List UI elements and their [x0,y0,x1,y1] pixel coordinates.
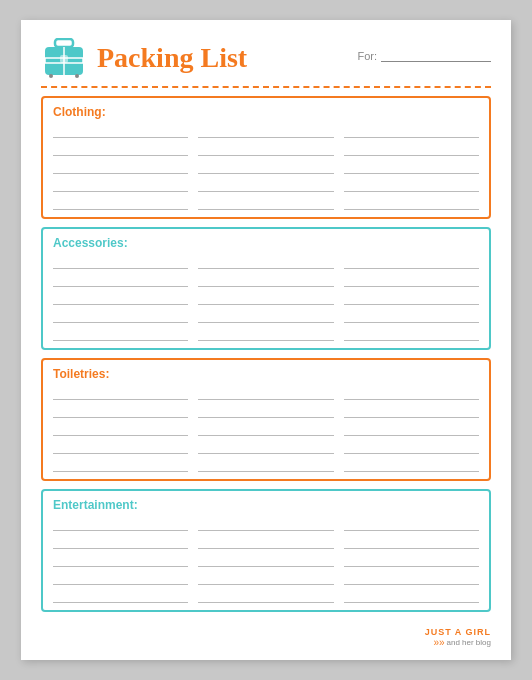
list-item [53,310,188,323]
sections-container: Clothing:Accessories:Toiletries:Entertai… [41,96,491,612]
toiletries-columns [53,385,479,472]
for-line [381,50,491,62]
accessories-columns [53,254,479,341]
list-item [344,197,479,210]
list-item [53,441,188,454]
list-item [198,536,333,549]
list-item [198,554,333,567]
section-entertainment: Entertainment: [41,489,491,612]
list-item [344,310,479,323]
accessories-col-0 [53,254,188,341]
list-item [198,143,333,156]
suitcase-icon [41,38,87,78]
list-item [198,518,333,531]
list-item [344,143,479,156]
list-item [53,256,188,269]
footer: JUST A GIRL »» and her blog [425,627,491,648]
list-item [198,125,333,138]
list-item [53,125,188,138]
accessories-col-1 [198,254,333,341]
list-item [198,274,333,287]
list-item [198,572,333,585]
arrow-icon: »» [433,637,444,648]
list-item [344,387,479,400]
list-item [344,441,479,454]
for-label: For: [357,50,377,62]
list-item [198,387,333,400]
header: Packing List For: [41,38,491,78]
toiletries-col-0 [53,385,188,472]
list-item [53,328,188,341]
list-item [198,590,333,603]
clothing-columns [53,123,479,210]
list-item [344,554,479,567]
list-item [53,423,188,436]
list-item [344,423,479,436]
list-item [198,256,333,269]
page: Packing List For: Clothing:Accessories:T… [21,20,511,660]
entertainment-col-2 [344,516,479,603]
page-title: Packing List [97,42,357,74]
list-item [53,536,188,549]
entertainment-columns [53,516,479,603]
entertainment-label: Entertainment: [53,498,479,512]
list-item [53,197,188,210]
svg-point-6 [75,74,79,78]
list-item [53,572,188,585]
list-item [344,328,479,341]
toiletries-col-1 [198,385,333,472]
list-item [344,590,479,603]
entertainment-col-1 [198,516,333,603]
top-divider [41,86,491,88]
svg-rect-0 [55,39,73,47]
list-item [53,387,188,400]
list-item [198,459,333,472]
clothing-col-1 [198,123,333,210]
list-item [344,459,479,472]
list-item [344,274,479,287]
section-accessories: Accessories: [41,227,491,350]
list-item [344,125,479,138]
footer-line2: »» and her blog [425,637,491,648]
toiletries-col-2 [344,385,479,472]
accessories-col-2 [344,254,479,341]
list-item [344,292,479,305]
list-item [198,423,333,436]
list-item [53,405,188,418]
list-item [198,441,333,454]
for-field: For: [357,50,491,66]
list-item [344,536,479,549]
list-item [53,274,188,287]
list-item [53,590,188,603]
list-item [53,292,188,305]
list-item [53,554,188,567]
svg-point-5 [49,74,53,78]
list-item [198,179,333,192]
list-item [53,179,188,192]
entertainment-col-0 [53,516,188,603]
clothing-col-0 [53,123,188,210]
list-item [198,197,333,210]
section-toiletries: Toiletries: [41,358,491,481]
list-item [53,143,188,156]
list-item [53,518,188,531]
list-item [53,161,188,174]
svg-rect-4 [60,55,68,63]
list-item [344,161,479,174]
clothing-col-2 [344,123,479,210]
section-clothing: Clothing: [41,96,491,219]
footer-line1: JUST A GIRL [425,627,491,637]
list-item [198,328,333,341]
list-item [344,572,479,585]
list-item [53,459,188,472]
accessories-label: Accessories: [53,236,479,250]
list-item [198,292,333,305]
list-item [344,256,479,269]
list-item [344,179,479,192]
list-item [198,405,333,418]
list-item [344,405,479,418]
list-item [344,518,479,531]
list-item [198,161,333,174]
clothing-label: Clothing: [53,105,479,119]
footer-blog: and her blog [447,638,491,647]
